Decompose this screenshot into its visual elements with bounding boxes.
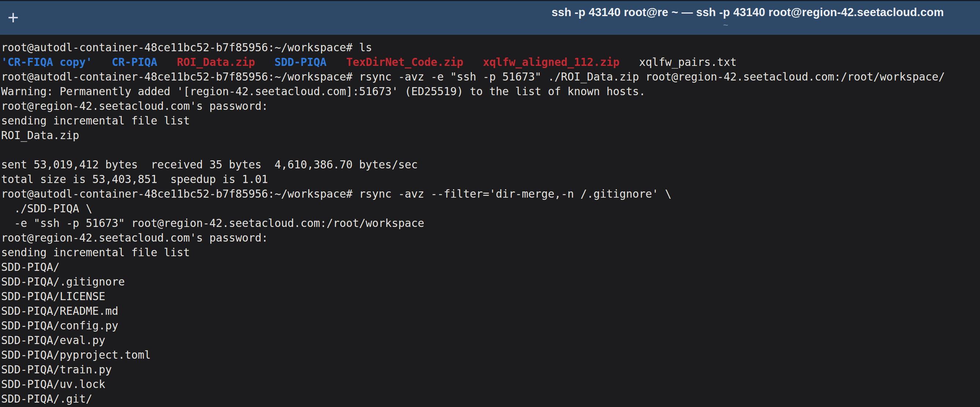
terminal-line: SDD-PIQA/train.py (1, 362, 980, 377)
terminal-line: SDD-PIQA/README.md (1, 304, 980, 318)
terminal-text-segment (619, 56, 639, 68)
terminal-line: root@autodl-container-48ce11bc52-b7f8595… (1, 40, 980, 55)
terminal-line: root@autodl-container-48ce11bc52-b7f8595… (1, 187, 980, 201)
terminal-line: root@region-42.seetacloud.com's password… (1, 231, 980, 245)
terminal-line: root@autodl-container-48ce11bc52-b7f8595… (1, 70, 980, 84)
terminal-line: SDD-PIQA/.git/ (1, 392, 980, 406)
terminal-line: -e "ssh -p 51673" root@region-42.seetacl… (1, 216, 980, 231)
terminal-text-segment: sending incremental file list (1, 114, 190, 127)
terminal-line: SDD-PIQA/ (1, 260, 980, 274)
terminal-line: 'CR-FIQA copy' CR-PIQA ROI_Data.zip SDD-… (1, 55, 980, 70)
terminal-text-segment (463, 56, 483, 68)
terminal-text-segment: SDD-PIQA/LICENSE (1, 290, 105, 303)
terminal-line: sending incremental file list (1, 245, 980, 260)
terminal-text-segment: root@autodl-container-48ce11bc52-b7f8595… (1, 188, 671, 200)
terminal-line: SDD-PIQA/LICENSE (1, 289, 980, 304)
plus-icon: + (8, 8, 19, 27)
terminal-line: SDD-PIQA/uv.lock (1, 377, 980, 392)
terminal-text-segment: SDD-PIQA/eval.py (1, 334, 105, 347)
terminal-text-segment (326, 56, 346, 68)
terminal-text-segment: TexDirNet_Code.zip (346, 56, 463, 68)
terminal-text-segment: SDD-PIQA/.gitignore (1, 276, 125, 288)
terminal-text-segment: SDD-PIQA/train.py (1, 363, 112, 376)
terminal-text-segment: SDD-PIQA/ (1, 261, 60, 273)
terminal-text-segment: sent 53,019,412 bytes received 35 bytes … (1, 158, 418, 171)
terminal-line: SDD-PIQA/config.py (1, 318, 980, 333)
terminal-text-segment: ROI_Data.zip (1, 129, 79, 142)
terminal-text-segment: root@region-42.seetacloud.com's password… (1, 232, 268, 244)
terminal-text-segment: total size is 53,403,851 speedup is 1.01 (1, 173, 268, 185)
terminal-text-segment: -e "ssh -p 51673" root@region-42.seetacl… (1, 217, 424, 230)
terminal-text-segment: SDD-PIQA/config.py (1, 320, 118, 332)
terminal-text-segment: xqlfw_pairs.txt (639, 56, 737, 68)
terminal-line (1, 143, 980, 157)
terminal-line: sending incremental file list (1, 114, 980, 128)
terminal-text-segment: ./SDD-PIQA \ (1, 203, 92, 215)
terminal-text-segment: sending incremental file list (1, 246, 190, 259)
terminal-text-segment: SDD-PIQA/uv.lock (1, 378, 105, 391)
terminal-text-segment: root@autodl-container-48ce11bc52-b7f8595… (1, 71, 945, 83)
terminal-text-segment (157, 56, 177, 68)
terminal-text-segment: root@autodl-container-48ce11bc52-b7f8595… (1, 41, 372, 54)
terminal-line: SDD-PIQA/.gitignore (1, 274, 980, 289)
terminal-line: total size is 53,403,851 speedup is 1.01 (1, 172, 980, 187)
terminal-line: ROI_Data.zip (1, 128, 980, 143)
terminal-text-segment: SDD-PIQA (275, 56, 326, 68)
terminal-titlebar: + ssh -p 43140 root@re ~ — ssh -p 43140 … (0, 0, 980, 35)
terminal-text-segment: SDD-PIQA/pyproject.toml (1, 349, 151, 361)
terminal-line: root@region-42.seetacloud.com's password… (1, 99, 980, 114)
titlebar-title-block: ssh -p 43140 root@re ~ — ssh -p 43140 ro… (552, 1, 900, 36)
window-title: ssh -p 43140 root@re ~ — ssh -p 43140 ro… (552, 6, 900, 19)
terminal-line: ./SDD-PIQA \ (1, 201, 980, 216)
terminal-text-segment: Warning: Permanently added '[region-42.s… (1, 85, 645, 98)
terminal-text-segment: 'CR-FIQA copy' (1, 56, 92, 68)
terminal-text-segment: SDD-PIQA/README.md (1, 305, 118, 317)
terminal-text-segment: root@region-42.seetacloud.com's password… (1, 100, 268, 112)
terminal-text-segment (255, 56, 275, 68)
terminal-line: SDD-PIQA/eval.py (1, 333, 980, 348)
window-subtitle: ~ (552, 20, 900, 30)
new-tab-button[interactable]: + (5, 10, 21, 25)
terminal-output[interactable]: root@autodl-container-48ce11bc52-b7f8595… (0, 35, 980, 407)
terminal-text-segment: SDD-PIQA/.git/ (1, 393, 92, 405)
terminal-line: SDD-PIQA/pyproject.toml (1, 348, 980, 362)
terminal-text-segment: xqlfw_aligned_112.zip (483, 56, 619, 68)
terminal-line: sent 53,019,412 bytes received 35 bytes … (1, 157, 980, 172)
terminal-line: Warning: Permanently added '[region-42.s… (1, 84, 980, 99)
terminal-text-segment (92, 56, 112, 68)
terminal-text-segment: CR-PIQA (112, 56, 157, 68)
terminal-text-segment: ROI_Data.zip (177, 56, 255, 68)
